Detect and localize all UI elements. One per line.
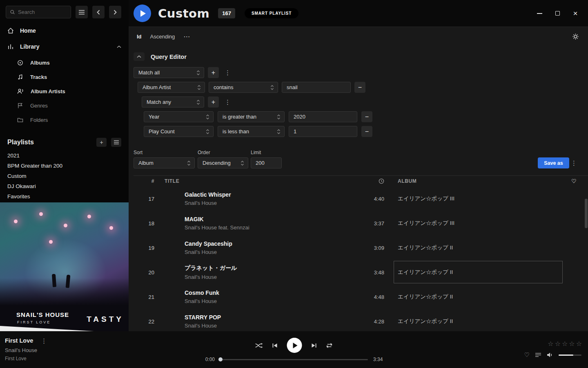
back-button[interactable] <box>92 6 105 18</box>
repeat-button[interactable] <box>326 343 333 348</box>
rule-operator-select[interactable]: is greater than <box>218 111 285 122</box>
playlist-list-button[interactable] <box>111 138 121 147</box>
sort-select[interactable]: Album <box>134 157 195 168</box>
volume-button[interactable] <box>547 352 553 358</box>
menu-button[interactable] <box>76 6 88 18</box>
sort-direction-button[interactable]: Ascending <box>150 34 175 40</box>
track-album[interactable]: エイリアン☆ポップ III <box>388 211 560 236</box>
track-title[interactable]: STARRY POP <box>185 314 358 321</box>
rule-operator-select[interactable]: is less than <box>218 126 285 137</box>
limit-input[interactable] <box>251 157 282 168</box>
add-playlist-button[interactable]: + <box>96 138 107 147</box>
playlists-title: Playlists <box>7 139 34 146</box>
search-input[interactable] <box>18 9 67 15</box>
match-all-select[interactable]: Match all <box>134 67 204 78</box>
rule-field-select[interactable]: Play Count <box>144 126 214 137</box>
rule-group-menu-button[interactable]: ⋮ <box>223 70 233 76</box>
add-rule-button[interactable]: + <box>208 67 219 78</box>
rule-field-select[interactable]: Year <box>144 111 214 122</box>
favorite-button[interactable]: ♡ <box>524 351 530 359</box>
playlist-item[interactable]: 2021 <box>0 150 129 161</box>
next-track-button[interactable] <box>311 343 317 348</box>
scrollbar-thumb[interactable] <box>585 199 588 228</box>
sort-field-button[interactable]: Id <box>137 34 142 40</box>
table-row[interactable]: 22 STARRY POP Snail's House 4:28 エイリアン☆ポ… <box>134 309 588 331</box>
collapse-query-editor-button[interactable] <box>134 52 145 61</box>
rule-value-input[interactable] <box>289 111 357 122</box>
search-icon <box>10 9 15 15</box>
playlist-item[interactable]: BPM Greater than 200 <box>0 161 129 171</box>
track-title[interactable]: プラネット・ガール <box>185 265 358 272</box>
column-header-album[interactable]: ALBUM <box>388 178 560 184</box>
clock-icon[interactable] <box>379 178 388 184</box>
table-row[interactable]: 20 プラネット・ガール Snail's House 3:48 エイリアン☆ポッ… <box>134 260 588 285</box>
rule-value-input[interactable] <box>282 82 351 93</box>
track-album[interactable]: エイリアン☆ポップ II <box>388 309 560 331</box>
track-title[interactable]: MAGIK <box>185 216 358 222</box>
track-duration: 3:37 <box>358 220 388 227</box>
star-icon[interactable]: ☆ <box>576 340 582 348</box>
star-icon[interactable]: ☆ <box>548 340 553 348</box>
previous-track-button[interactable] <box>272 343 278 348</box>
star-icon[interactable]: ☆ <box>555 340 561 348</box>
table-row[interactable]: 18 MAGIK Snail's House feat. Sennzai 3:3… <box>134 211 588 236</box>
save-as-button[interactable]: Save as <box>538 157 569 168</box>
more-options-button[interactable]: ⋯ <box>183 33 190 40</box>
track-album-focused-cell[interactable]: エイリアン☆ポップ II <box>388 260 560 285</box>
now-playing-menu-button[interactable]: ⋮ <box>39 338 49 344</box>
minus-icon: − <box>365 113 369 121</box>
track-title[interactable]: Candy Spaceship <box>185 240 358 247</box>
save-menu-button[interactable]: ⋮ <box>569 160 579 166</box>
star-icon[interactable]: ☆ <box>569 340 575 348</box>
track-album[interactable]: エイリアン☆ポップ III <box>388 186 560 211</box>
add-group-rule-button[interactable]: + <box>208 96 219 108</box>
table-row[interactable]: 19 Candy Spaceship Snail's House 3:09 エイ… <box>134 236 588 260</box>
play-pause-button[interactable] <box>287 338 302 353</box>
now-playing-title: First Love <box>5 337 33 344</box>
progress-bar[interactable] <box>220 359 368 360</box>
playlist-item[interactable]: Custom <box>0 171 129 181</box>
remove-rule-button[interactable]: − <box>361 111 372 122</box>
forward-button[interactable] <box>109 6 121 18</box>
sidebar-item-library[interactable]: Library <box>0 40 129 53</box>
play-playlist-button[interactable] <box>134 4 151 22</box>
playlist-item[interactable]: DJ Okawari <box>0 181 129 191</box>
kebab-icon: ⋮ <box>571 159 577 166</box>
queue-button[interactable] <box>535 352 541 357</box>
minimize-icon <box>537 13 542 14</box>
remove-rule-button[interactable]: − <box>354 82 365 93</box>
close-button[interactable]: × <box>572 10 579 17</box>
heart-icon[interactable]: ♡ <box>571 178 577 184</box>
remove-rule-button[interactable]: − <box>361 126 372 137</box>
sidebar-item-album-artists[interactable]: Album Artists <box>0 86 129 96</box>
sidebar-item-tracks[interactable]: Tracks <box>0 72 129 82</box>
column-header-title[interactable]: TITLE <box>159 178 358 184</box>
track-title[interactable]: Cosmo Funk <box>185 289 358 296</box>
maximize-button[interactable] <box>554 10 561 17</box>
settings-button[interactable] <box>572 33 579 40</box>
sidebar-item-home[interactable]: Home <box>0 25 129 37</box>
volume-icon <box>547 352 553 358</box>
table-row[interactable]: 21 Cosmo Funk Snail's House 4:48 エイリアン☆ポ… <box>134 285 588 309</box>
sidebar-item-folders[interactable]: Folders <box>0 115 129 125</box>
rule-operator-select[interactable]: contains <box>209 82 278 93</box>
progress-handle[interactable] <box>218 357 223 361</box>
rule-value-input[interactable] <box>289 126 357 137</box>
table-row[interactable]: 17 Galactic Whisper Snail's House 4:40 エ… <box>134 186 588 211</box>
rule-field-select[interactable]: Album Artist <box>138 82 205 93</box>
group-menu-button[interactable]: ⋮ <box>223 99 233 105</box>
search-box[interactable] <box>6 6 71 18</box>
track-album[interactable]: エイリアン☆ポップ II <box>388 236 560 260</box>
track-album[interactable]: エイリアン☆ポップ II <box>388 285 560 309</box>
chevron-up-icon[interactable] <box>117 45 121 48</box>
track-title[interactable]: Galactic Whisper <box>185 191 358 198</box>
playlist-item[interactable]: Favorites <box>0 191 129 202</box>
volume-slider[interactable] <box>559 355 581 356</box>
match-any-select[interactable]: Match any <box>142 96 204 108</box>
sidebar-item-albums[interactable]: Albums <box>0 58 129 67</box>
shuffle-button[interactable] <box>255 343 263 348</box>
sidebar-item-genres[interactable]: Genres <box>0 101 129 110</box>
minimize-button[interactable] <box>536 10 543 17</box>
star-icon[interactable]: ☆ <box>562 340 568 348</box>
order-select[interactable]: Descending <box>198 157 248 168</box>
